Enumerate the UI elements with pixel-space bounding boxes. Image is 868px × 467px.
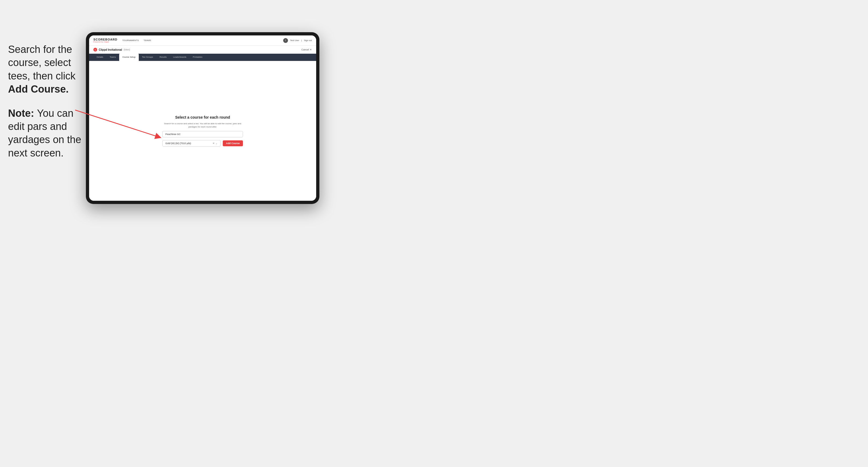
annotation-main: Search for the course, select tees, then…	[8, 43, 83, 96]
annotation-area: Search for the course, select tees, then…	[8, 43, 83, 160]
logo-sub: Powered by clippd	[93, 41, 117, 43]
tee-select-controls: ✕ ⌄	[213, 142, 218, 145]
nav-right: T Test User | Sign out	[283, 38, 312, 43]
tab-tee-groups[interactable]: Tee Groups	[139, 54, 156, 61]
tablet-frame: SCOREBOARD Powered by clippd TOURNAMENTS…	[86, 32, 319, 204]
tab-teams[interactable]: Teams	[106, 54, 119, 61]
cancel-label: Cancel	[302, 48, 309, 51]
logo-title: SCOREBOARD	[93, 38, 117, 41]
user-label: Test User	[290, 39, 299, 41]
tournament-title: C Clippd Invitational (Men)	[93, 48, 130, 52]
card-title: Select a course for each round	[175, 115, 230, 119]
annotation-line3: tees, then click	[8, 70, 75, 82]
top-nav: SCOREBOARD Powered by clippd TOURNAMENTS…	[89, 35, 316, 45]
logo-area: SCOREBOARD Powered by clippd	[93, 38, 117, 43]
annotation-line2: course, select	[8, 57, 71, 68]
tab-nav: Details Teams Course Setup Tee Groups Re…	[89, 54, 316, 61]
cancel-icon: ✕	[310, 48, 312, 51]
sign-out-link[interactable]: Sign out	[304, 39, 312, 41]
chevron-icon: ⌄	[216, 142, 218, 145]
tee-select-value: Gold (M) (M) (7010 yds)	[165, 142, 191, 145]
tee-select-row: Gold (M) (M) (7010 yds) ✕ ⌄ Add Course	[162, 140, 243, 147]
annotation-note: Note: You can edit pars and yardages on …	[8, 107, 83, 160]
tab-printables[interactable]: Printables	[189, 54, 206, 61]
nav-separator: |	[302, 39, 302, 41]
clear-icon[interactable]: ✕	[213, 142, 215, 145]
tab-course-setup[interactable]: Course Setup	[119, 54, 139, 61]
card-description: Search for a course and select a tee. Yo…	[162, 122, 243, 128]
tab-details[interactable]: Details	[93, 54, 106, 61]
annotation-bold: Add Course.	[8, 84, 69, 95]
nav-tournaments[interactable]: TOURNAMENTS	[122, 39, 139, 41]
tournament-header: C Clippd Invitational (Men) Cancel ✕	[89, 45, 316, 54]
course-search-input[interactable]	[162, 131, 243, 137]
tab-results[interactable]: Results	[156, 54, 170, 61]
tournament-name: Clippd Invitational	[99, 48, 122, 51]
clippd-icon: C	[93, 48, 97, 52]
tee-select[interactable]: Gold (M) (M) (7010 yds) ✕ ⌄	[162, 140, 221, 147]
add-course-button[interactable]: Add Course	[223, 141, 243, 146]
nav-teams[interactable]: TEAMS	[144, 39, 151, 41]
main-content: Select a course for each round Search fo…	[89, 61, 316, 201]
tablet-screen: SCOREBOARD Powered by clippd TOURNAMENTS…	[89, 35, 316, 201]
tournament-gender: (Men)	[124, 48, 130, 51]
course-setup-card: Select a course for each round Search fo…	[162, 115, 243, 146]
nav-left: SCOREBOARD Powered by clippd TOURNAMENTS…	[93, 38, 151, 43]
annotation-note-label: Note:	[8, 107, 34, 119]
cancel-button[interactable]: Cancel ✕	[302, 48, 312, 51]
user-avatar: T	[283, 38, 288, 43]
tab-leaderboards[interactable]: Leaderboards	[170, 54, 189, 61]
annotation-line1: Search for the	[8, 44, 72, 55]
